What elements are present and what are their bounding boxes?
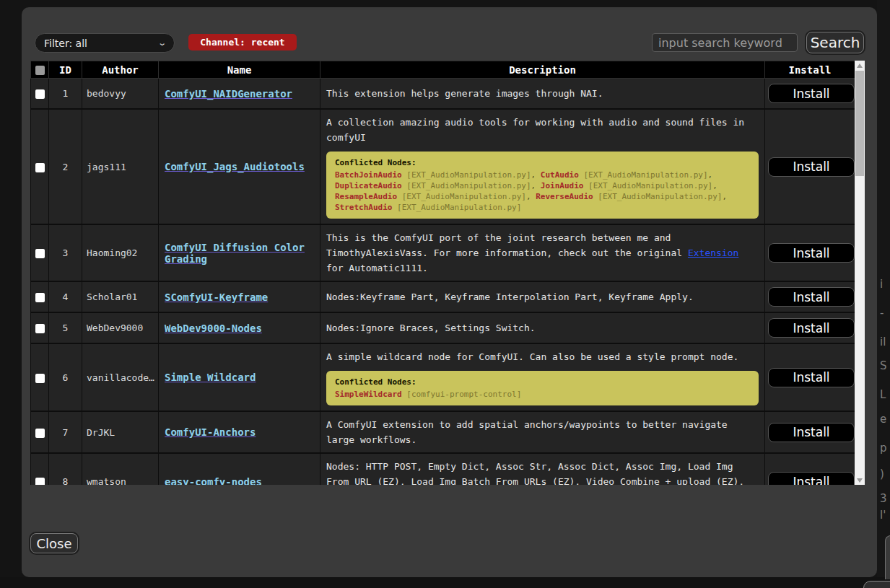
- row-id: 6: [49, 343, 82, 411]
- conflict-node-name: DuplicateAudio: [335, 181, 402, 190]
- row-checkbox[interactable]: [35, 249, 45, 258]
- install-button[interactable]: Install: [768, 472, 855, 485]
- row-select-cell[interactable]: [31, 109, 49, 224]
- row-install-cell: Install: [765, 281, 855, 312]
- conflict-node-ext: [EXT_AudioManipulation.py]: [397, 192, 526, 201]
- row-select-cell[interactable]: [31, 224, 49, 281]
- conflict-box: Conflicted Nodes:BatchJoinAudio [EXT_Aud…: [326, 152, 759, 219]
- conflict-node-ext: [EXT_AudioManipulation.py]: [583, 181, 712, 190]
- row-checkbox[interactable]: [35, 293, 45, 302]
- row-select-cell[interactable]: [31, 281, 49, 312]
- custom-nodes-install-dialog: Filter: all ⌄ Channel: recent Search ID …: [22, 7, 877, 577]
- row-install-cell: Install: [765, 453, 855, 485]
- table-row: 5WebDev9000WebDev9000-NodesNodes:Ignore …: [31, 312, 855, 343]
- header-name: Name: [159, 61, 320, 79]
- row-checkbox[interactable]: [35, 478, 45, 485]
- header-description: Description: [320, 61, 765, 79]
- select-all-checkbox[interactable]: [35, 66, 45, 75]
- channel-badge-label: Channel: recent: [200, 37, 284, 48]
- table-row: 2jags111ComfyUI_Jags_AudiotoolsA collect…: [31, 109, 855, 224]
- row-install-cell: Install: [765, 312, 855, 343]
- row-name-cell: SComfyUI-Keyframe: [159, 281, 320, 312]
- header-id: ID: [49, 61, 82, 79]
- row-description: Nodes:Keyframe Part, Keyframe Interpolat…: [320, 281, 765, 312]
- install-button[interactable]: Install: [768, 287, 855, 307]
- conflict-separator: ,: [531, 170, 541, 180]
- extension-link[interactable]: ComfyUI_NAIDGenerator: [165, 88, 292, 100]
- conflict-node-ext: [comfyui-prompt-control]: [402, 390, 522, 399]
- extension-link[interactable]: SComfyUI-Keyframe: [165, 291, 268, 303]
- conflict-node-name: JoinAudio: [541, 181, 584, 190]
- row-select-cell[interactable]: [31, 453, 49, 485]
- extension-link[interactable]: Simple Wildcard: [165, 372, 256, 383]
- row-checkbox[interactable]: [35, 429, 45, 438]
- row-select-cell[interactable]: [31, 79, 49, 110]
- row-id: 8: [49, 453, 82, 485]
- row-id: 2: [49, 109, 82, 224]
- channel-badge[interactable]: Channel: recent: [188, 34, 297, 51]
- row-description: A collection amazing audio tools for wor…: [320, 109, 765, 224]
- filter-select[interactable]: Filter: all ⌄: [35, 33, 175, 53]
- scrollbar-up-arrow-icon[interactable]: [855, 61, 865, 70]
- extension-link[interactable]: ComfyUI-Anchors: [165, 426, 256, 438]
- close-button[interactable]: Close: [30, 533, 78, 553]
- row-description: A simple wildcard node for ComfyUI. Can …: [320, 343, 765, 411]
- conflict-label: Conflicted Nodes:: [335, 157, 750, 168]
- table-row: 7DrJKLComfyUI-AnchorsA ComfyUI extension…: [31, 411, 855, 453]
- background-dialog-edge: [885, 535, 890, 579]
- extension-link[interactable]: easy-comfy-nodes: [165, 476, 262, 486]
- row-name-cell: ComfyUI-Anchors: [159, 411, 320, 453]
- extension-link[interactable]: ComfyUI Diffusion Color Grading: [165, 242, 305, 265]
- install-button[interactable]: Install: [768, 157, 855, 177]
- search-input[interactable]: [652, 33, 798, 52]
- extension-link[interactable]: ComfyUI_Jags_Audiotools: [165, 161, 305, 172]
- row-name-cell: ComfyUI_Jags_Audiotools: [159, 109, 320, 224]
- conflict-node-ext: [EXT_AudioManipulation.py]: [593, 192, 723, 201]
- table-scrollbar[interactable]: [855, 61, 865, 485]
- row-name-cell: ComfyUI Diffusion Color Grading: [159, 224, 320, 281]
- row-author: jags111: [82, 109, 159, 224]
- conflict-separator: ,: [531, 181, 541, 190]
- row-description: A ComfyUI extension to add spatial ancho…: [320, 411, 765, 453]
- row-description: This extension helps generate images thr…: [320, 79, 765, 110]
- install-button[interactable]: Install: [768, 84, 855, 103]
- conflict-separator: ,: [712, 181, 717, 190]
- extensions-table: ID Author Name Description Install 1bedo…: [30, 61, 855, 485]
- extension-link[interactable]: WebDev9000-Nodes: [165, 322, 262, 334]
- row-name-cell: ComfyUI_NAIDGenerator: [159, 79, 320, 110]
- row-name-cell: WebDev9000-Nodes: [159, 312, 320, 343]
- row-checkbox[interactable]: [35, 163, 45, 172]
- row-author: bedovyy: [82, 79, 159, 110]
- row-checkbox[interactable]: [35, 324, 45, 333]
- row-checkbox[interactable]: [35, 374, 45, 383]
- page-background: Filter: all ⌄ Channel: recent Search ID …: [0, 0, 890, 588]
- row-description: Nodes: HTTP POST, Empty Dict, Assoc Str,…: [320, 453, 765, 485]
- row-author: Scholar01: [82, 281, 159, 312]
- background-menu-sliver: i - il S L e p ) 3 l': [877, 0, 890, 588]
- table-row: 6vanillacode…Simple WildcardA simple wil…: [31, 343, 855, 411]
- table-row: 1bedovyyComfyUI_NAIDGeneratorThis extens…: [31, 79, 855, 110]
- description-link[interactable]: Extension: [688, 247, 738, 258]
- row-select-cell[interactable]: [31, 343, 49, 411]
- install-button[interactable]: Install: [768, 243, 855, 263]
- row-id: 1: [49, 79, 82, 110]
- row-install-cell: Install: [765, 79, 855, 110]
- install-button[interactable]: Install: [768, 423, 855, 442]
- row-checkbox[interactable]: [35, 89, 45, 99]
- row-description: Nodes:Ignore Braces, Settings Switch.: [320, 312, 765, 343]
- conflict-node-name: ReverseAudio: [536, 192, 593, 201]
- select-all-header[interactable]: [31, 61, 49, 79]
- row-install-cell: Install: [765, 109, 855, 224]
- row-select-cell[interactable]: [31, 312, 49, 343]
- row-id: 7: [49, 411, 82, 453]
- row-author: wmatson: [82, 453, 159, 485]
- install-button[interactable]: Install: [768, 368, 855, 387]
- table-row: 3Haoming02ComfyUI Diffusion Color Gradin…: [31, 224, 855, 281]
- install-button[interactable]: Install: [768, 318, 855, 338]
- table-row: 4Scholar01SComfyUI-KeyframeNodes:Keyfram…: [31, 281, 855, 312]
- conflict-node-name: BatchJoinAudio: [335, 170, 402, 180]
- row-select-cell[interactable]: [31, 411, 49, 453]
- scrollbar-thumb[interactable]: [855, 71, 864, 176]
- search-button[interactable]: Search: [806, 32, 864, 53]
- scrollbar-down-arrow-icon[interactable]: [855, 475, 865, 485]
